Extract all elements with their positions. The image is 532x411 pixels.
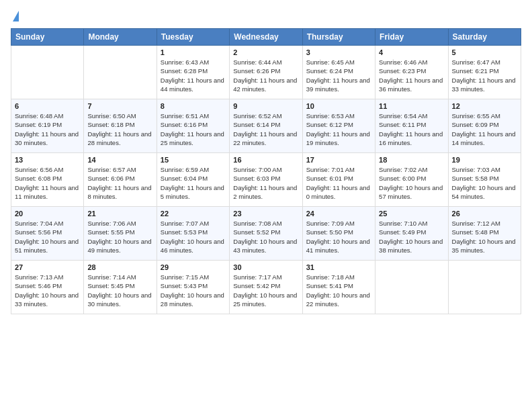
calendar-cell: 14Sunrise: 6:57 AM Sunset: 6:06 PM Dayli… (84, 153, 157, 207)
day-number: 5 (452, 48, 517, 56)
day-info: Sunrise: 6:50 AM Sunset: 6:18 PM Dayligh… (87, 111, 152, 147)
calendar-weekday-monday: Monday (84, 29, 157, 46)
day-info: Sunrise: 6:54 AM Sunset: 6:11 PM Dayligh… (379, 111, 444, 147)
day-number: 27 (15, 263, 80, 271)
day-number: 22 (161, 210, 226, 218)
day-info: Sunrise: 7:01 AM Sunset: 6:01 PM Dayligh… (306, 165, 371, 201)
calendar-cell: 11Sunrise: 6:54 AM Sunset: 6:11 PM Dayli… (375, 99, 448, 153)
day-number: 8 (161, 102, 226, 110)
logo-arrow-icon (13, 11, 19, 21)
day-info: Sunrise: 6:51 AM Sunset: 6:16 PM Dayligh… (161, 111, 226, 147)
day-info: Sunrise: 7:07 AM Sunset: 5:53 PM Dayligh… (161, 219, 226, 255)
day-info: Sunrise: 7:04 AM Sunset: 5:56 PM Dayligh… (15, 219, 80, 255)
day-info: Sunrise: 7:06 AM Sunset: 5:55 PM Dayligh… (87, 219, 152, 255)
day-number: 26 (452, 210, 517, 218)
day-number: 13 (15, 156, 80, 164)
day-info: Sunrise: 6:56 AM Sunset: 6:08 PM Dayligh… (15, 165, 80, 201)
calendar-week-row: 27Sunrise: 7:13 AM Sunset: 5:46 PM Dayli… (11, 261, 521, 314)
day-info: Sunrise: 6:59 AM Sunset: 6:04 PM Dayligh… (161, 165, 226, 201)
day-number: 24 (306, 210, 371, 218)
calendar-cell: 29Sunrise: 7:15 AM Sunset: 5:43 PM Dayli… (157, 261, 229, 314)
calendar-cell: 8Sunrise: 6:51 AM Sunset: 6:16 PM Daylig… (157, 99, 229, 153)
day-number: 12 (452, 102, 517, 110)
calendar-cell: 21Sunrise: 7:06 AM Sunset: 5:55 PM Dayli… (84, 207, 157, 261)
day-number: 2 (233, 48, 298, 56)
calendar-cell: 30Sunrise: 7:17 AM Sunset: 5:42 PM Dayli… (230, 261, 302, 314)
day-number: 16 (233, 156, 298, 164)
day-number: 18 (379, 156, 444, 164)
calendar-cell: 7Sunrise: 6:50 AM Sunset: 6:18 PM Daylig… (84, 99, 157, 153)
calendar-cell: 15Sunrise: 6:59 AM Sunset: 6:04 PM Dayli… (157, 153, 229, 207)
logo (11, 11, 19, 23)
day-number: 11 (379, 102, 444, 110)
calendar-cell: 17Sunrise: 7:01 AM Sunset: 6:01 PM Dayli… (302, 153, 375, 207)
calendar-weekday-sunday: Sunday (11, 29, 84, 46)
calendar-week-row: 1Sunrise: 6:43 AM Sunset: 6:28 PM Daylig… (11, 46, 521, 99)
calendar-cell: 26Sunrise: 7:12 AM Sunset: 5:48 PM Dayli… (448, 207, 521, 261)
day-number: 10 (306, 102, 371, 110)
day-number: 4 (379, 48, 444, 56)
calendar-cell: 25Sunrise: 7:10 AM Sunset: 5:49 PM Dayli… (375, 207, 448, 261)
calendar-cell: 24Sunrise: 7:09 AM Sunset: 5:50 PM Dayli… (302, 207, 375, 261)
day-number: 17 (306, 156, 371, 164)
calendar-week-row: 13Sunrise: 6:56 AM Sunset: 6:08 PM Dayli… (11, 153, 521, 207)
day-info: Sunrise: 6:45 AM Sunset: 6:24 PM Dayligh… (306, 58, 371, 93)
day-info: Sunrise: 7:08 AM Sunset: 5:52 PM Dayligh… (233, 219, 298, 255)
calendar-cell (448, 261, 521, 314)
day-number: 29 (161, 263, 226, 271)
calendar-cell: 6Sunrise: 6:48 AM Sunset: 6:19 PM Daylig… (11, 99, 84, 153)
calendar-header-row: SundayMondayTuesdayWednesdayThursdayFrid… (11, 29, 521, 46)
day-info: Sunrise: 7:12 AM Sunset: 5:48 PM Dayligh… (452, 219, 517, 255)
day-info: Sunrise: 7:18 AM Sunset: 5:41 PM Dayligh… (306, 273, 371, 308)
calendar-cell: 3Sunrise: 6:45 AM Sunset: 6:24 PM Daylig… (302, 46, 375, 99)
day-info: Sunrise: 6:46 AM Sunset: 6:23 PM Dayligh… (379, 58, 444, 93)
day-info: Sunrise: 6:52 AM Sunset: 6:14 PM Dayligh… (233, 111, 298, 147)
calendar-cell: 12Sunrise: 6:55 AM Sunset: 6:09 PM Dayli… (448, 99, 521, 153)
calendar-cell: 31Sunrise: 7:18 AM Sunset: 5:41 PM Dayli… (302, 261, 375, 314)
day-info: Sunrise: 6:48 AM Sunset: 6:19 PM Dayligh… (15, 111, 80, 147)
day-info: Sunrise: 6:55 AM Sunset: 6:09 PM Dayligh… (452, 111, 517, 147)
day-number: 9 (233, 102, 298, 110)
calendar-cell (84, 46, 157, 99)
day-number: 28 (87, 263, 152, 271)
day-info: Sunrise: 6:47 AM Sunset: 6:21 PM Dayligh… (452, 58, 517, 93)
day-number: 19 (452, 156, 517, 164)
day-info: Sunrise: 7:00 AM Sunset: 6:03 PM Dayligh… (233, 165, 298, 201)
calendar-cell: 19Sunrise: 7:03 AM Sunset: 5:58 PM Dayli… (448, 153, 521, 207)
day-info: Sunrise: 7:14 AM Sunset: 5:45 PM Dayligh… (87, 273, 152, 308)
calendar-week-row: 20Sunrise: 7:04 AM Sunset: 5:56 PM Dayli… (11, 207, 521, 261)
calendar-cell: 28Sunrise: 7:14 AM Sunset: 5:45 PM Dayli… (84, 261, 157, 314)
day-info: Sunrise: 7:03 AM Sunset: 5:58 PM Dayligh… (452, 165, 517, 201)
calendar-cell: 1Sunrise: 6:43 AM Sunset: 6:28 PM Daylig… (157, 46, 229, 99)
day-number: 20 (15, 210, 80, 218)
page-header (11, 11, 521, 23)
day-number: 7 (87, 102, 152, 110)
calendar-cell: 27Sunrise: 7:13 AM Sunset: 5:46 PM Dayli… (11, 261, 84, 314)
day-info: Sunrise: 7:15 AM Sunset: 5:43 PM Dayligh… (161, 273, 226, 308)
calendar-cell: 2Sunrise: 6:44 AM Sunset: 6:26 PM Daylig… (230, 46, 302, 99)
day-number: 25 (379, 210, 444, 218)
calendar-weekday-tuesday: Tuesday (157, 29, 229, 46)
calendar-table: SundayMondayTuesdayWednesdayThursdayFrid… (11, 28, 521, 314)
day-number: 1 (161, 48, 226, 56)
day-number: 21 (87, 210, 152, 218)
calendar-cell: 9Sunrise: 6:52 AM Sunset: 6:14 PM Daylig… (230, 99, 302, 153)
calendar-weekday-saturday: Saturday (448, 29, 521, 46)
day-info: Sunrise: 7:17 AM Sunset: 5:42 PM Dayligh… (233, 273, 298, 308)
day-number: 30 (233, 263, 298, 271)
day-number: 31 (306, 263, 371, 271)
calendar-weekday-wednesday: Wednesday (230, 29, 302, 46)
calendar-cell: 16Sunrise: 7:00 AM Sunset: 6:03 PM Dayli… (230, 153, 302, 207)
day-info: Sunrise: 6:44 AM Sunset: 6:26 PM Dayligh… (233, 58, 298, 93)
calendar-weekday-friday: Friday (375, 29, 448, 46)
calendar-cell: 10Sunrise: 6:53 AM Sunset: 6:12 PM Dayli… (302, 99, 375, 153)
calendar-cell: 4Sunrise: 6:46 AM Sunset: 6:23 PM Daylig… (375, 46, 448, 99)
day-number: 3 (306, 48, 371, 56)
calendar-weekday-thursday: Thursday (302, 29, 375, 46)
calendar-cell: 20Sunrise: 7:04 AM Sunset: 5:56 PM Dayli… (11, 207, 84, 261)
calendar-cell: 13Sunrise: 6:56 AM Sunset: 6:08 PM Dayli… (11, 153, 84, 207)
day-info: Sunrise: 6:53 AM Sunset: 6:12 PM Dayligh… (306, 111, 371, 147)
calendar-cell: 22Sunrise: 7:07 AM Sunset: 5:53 PM Dayli… (157, 207, 229, 261)
day-number: 14 (87, 156, 152, 164)
calendar-cell: 18Sunrise: 7:02 AM Sunset: 6:00 PM Dayli… (375, 153, 448, 207)
